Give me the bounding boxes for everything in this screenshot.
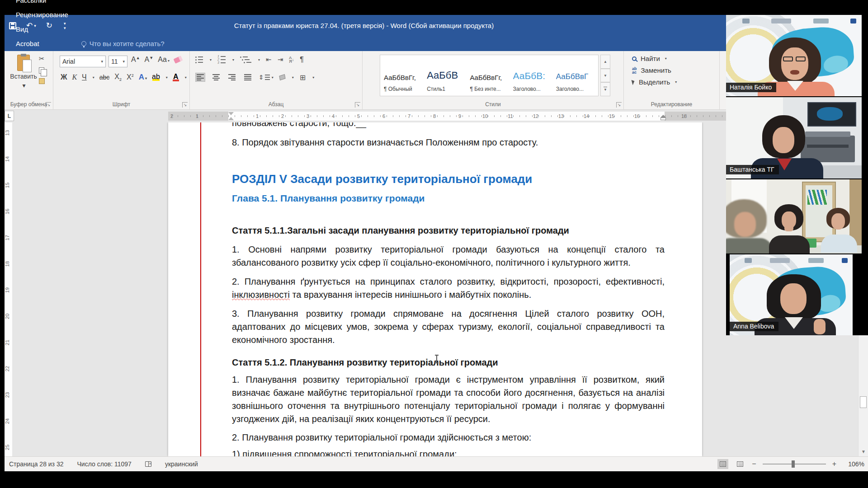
- language-indicator[interactable]: украинский: [165, 460, 198, 468]
- gallery-up-button[interactable]: ▲: [600, 55, 610, 69]
- heading-chapter[interactable]: Глава 5.1. Планування розвитку громади: [232, 192, 665, 205]
- paragraph[interactable]: 1. Планування розвитку територіальної гр…: [232, 373, 665, 426]
- align-center-button[interactable]: [211, 73, 221, 82]
- paragraph[interactable]: 3. Планування розвитку громади спрямован…: [232, 307, 665, 347]
- borders-button[interactable]: ⊞: [300, 73, 306, 82]
- heading-section[interactable]: РОЗДІЛ V Засади розвитку територіальної …: [232, 171, 665, 187]
- paragraph[interactable]: 2. Планування розвитку територіальної гр…: [232, 431, 665, 444]
- scrollbar-thumb[interactable]: [860, 396, 867, 408]
- ribbon-tab[interactable]: Вид: [9, 22, 75, 37]
- paragraph[interactable]: 8. Порядок звітування старости визначаєт…: [232, 136, 665, 149]
- paragraph-dialog-launcher[interactable]: ↘: [355, 102, 360, 108]
- sort-button[interactable]: АЯ↓: [289, 56, 294, 63]
- chevron-down-icon[interactable]: ▾: [93, 75, 94, 80]
- style-item[interactable]: АаБбВвГг, ¶ Без инте...: [470, 58, 510, 96]
- style-item[interactable]: АаБбВ Стиль1: [427, 58, 467, 96]
- zoom-slider[interactable]: [763, 464, 826, 465]
- superscript-button[interactable]: X2: [127, 73, 134, 81]
- align-left-button[interactable]: [195, 73, 205, 82]
- line-spacing-button[interactable]: ⇕▾: [259, 74, 274, 81]
- style-item[interactable]: АаБбВвГг, ¶ Обычный: [384, 58, 424, 96]
- show-formatting-button[interactable]: ¶: [300, 56, 304, 64]
- video-tile-3[interactable]: [726, 179, 862, 253]
- change-case-button[interactable]: Аа▾: [158, 56, 170, 64]
- article-title[interactable]: Стаття 5.1.2. Планування розвитку терито…: [232, 357, 665, 369]
- ribbon-tab[interactable]: Рецензирование: [9, 8, 75, 22]
- zoom-out-button[interactable]: −: [752, 460, 756, 468]
- paragraph[interactable]: 1. Основні напрями розвитку територіальн…: [232, 243, 665, 269]
- numbered-list-button[interactable]: 1 2 3: [217, 56, 226, 64]
- first-line-indent-marker[interactable]: [228, 112, 234, 115]
- increase-indent-button[interactable]: ⇥: [278, 56, 283, 64]
- format-painter-button[interactable]: [39, 78, 45, 84]
- copy-button[interactable]: [39, 67, 44, 74]
- paragraph[interactable]: 2. Планування ґрунтується на принципах с…: [232, 275, 665, 301]
- page-indicator[interactable]: Страница 28 из 32: [9, 460, 64, 468]
- chevron-down-icon[interactable]: ▾: [312, 75, 314, 80]
- bold-button[interactable]: Ж: [61, 73, 67, 81]
- underline-button[interactable]: Ч: [82, 73, 87, 81]
- chevron-down-icon[interactable]: ▾: [210, 58, 212, 62]
- style-item[interactable]: АаБбВ: Заголово...: [513, 58, 553, 96]
- clipboard-dialog-launcher[interactable]: ↘: [46, 102, 51, 108]
- zoom-slider-thumb[interactable]: [792, 460, 795, 468]
- styles-dialog-launcher[interactable]: ↘: [616, 102, 622, 108]
- strikethrough-button[interactable]: abc: [99, 74, 110, 81]
- document-text[interactable]: повноважень старости, тощо.__ 8. Порядок…: [232, 122, 665, 456]
- italic-button[interactable]: К: [72, 73, 77, 81]
- cut-button[interactable]: ✂: [39, 55, 45, 63]
- subscript-button[interactable]: X2: [114, 73, 122, 82]
- chevron-down-icon[interactable]: ▾: [292, 75, 294, 80]
- highlight-color-button[interactable]: ab: [152, 74, 160, 81]
- grow-font-button[interactable]: А▲: [131, 56, 140, 64]
- hanging-indent-marker[interactable]: [228, 117, 234, 120]
- chevron-down-icon[interactable]: ▾: [185, 75, 187, 80]
- font-color-button[interactable]: А: [173, 74, 179, 81]
- ribbon-tab[interactable]: Acrobat: [9, 37, 75, 51]
- document-page[interactable]: повноважень старости, тощо.__ 8. Порядок…: [168, 122, 702, 456]
- clear-formatting-button[interactable]: [173, 56, 182, 64]
- read-mode-button[interactable]: [717, 459, 728, 469]
- right-indent-marker[interactable]: [660, 117, 666, 120]
- text-effects-button[interactable]: А▾: [139, 73, 147, 82]
- proofing-icon[interactable]: x: [145, 461, 151, 467]
- video-tile-2[interactable]: Баштанська ТГ: [726, 97, 862, 178]
- misspelled-word[interactable]: інклюзивності: [232, 290, 290, 300]
- paste-button[interactable]: Вставить ▾: [11, 55, 36, 94]
- chevron-down-icon[interactable]: ▾: [166, 75, 168, 80]
- scroll-down-arrow[interactable]: ▼: [859, 446, 868, 456]
- decrease-indent-button[interactable]: ⇤: [266, 56, 272, 64]
- justify-button[interactable]: [243, 73, 253, 82]
- gallery-down-button[interactable]: ▼: [600, 69, 610, 83]
- select-button[interactable]: Выделить ▾: [632, 78, 677, 86]
- chevron-down-icon[interactable]: ▾: [258, 58, 260, 62]
- print-layout-button[interactable]: [735, 459, 745, 469]
- tell-me-search[interactable]: Что вы хотите сделать?: [75, 40, 171, 51]
- video-tile-1[interactable]: Наталія Бойко: [726, 15, 862, 96]
- bullet-list-button[interactable]: [195, 56, 203, 63]
- align-right-button[interactable]: [227, 73, 237, 82]
- gallery-more-button[interactable]: ▼: [600, 82, 610, 96]
- shrink-font-button[interactable]: А▼: [145, 56, 154, 64]
- paragraph[interactable]: 1) підвищення спроможності територіально…: [232, 448, 665, 456]
- vertical-ruler[interactable]: 13141516171819202122232425: [5, 122, 12, 456]
- chevron-down-icon[interactable]: ▾: [232, 58, 234, 62]
- replace-button[interactable]: abac Заменить: [632, 66, 677, 74]
- horizontal-ruler[interactable]: 21 12345678910111213141516 18: [168, 112, 726, 121]
- font-name-combobox[interactable]: Arial ▾: [60, 56, 106, 67]
- shading-button[interactable]: [279, 74, 285, 80]
- ribbon-tab[interactable]: Рассылки: [9, 0, 75, 8]
- zoom-level[interactable]: 106%: [843, 460, 864, 468]
- find-button[interactable]: Найти ▾: [632, 55, 677, 62]
- multilevel-list-button[interactable]: [240, 56, 251, 63]
- find-label: Найти: [641, 55, 660, 62]
- zoom-in-button[interactable]: +: [832, 460, 836, 468]
- video-tile-4[interactable]: Anna Belibova: [730, 254, 853, 335]
- paragraph[interactable]: повноважень старости, тощо.__: [232, 122, 665, 129]
- style-item[interactable]: АаБбВвГ Заголово...: [556, 58, 596, 96]
- tab-selector[interactable]: L: [5, 111, 14, 121]
- font-size-combobox[interactable]: 11 ▾: [108, 56, 127, 67]
- article-title[interactable]: Стаття 5.1.1.Загальні засади планування …: [232, 225, 665, 237]
- font-dialog-launcher[interactable]: ↘: [182, 102, 188, 108]
- word-count[interactable]: Число слов: 11097: [77, 460, 132, 468]
